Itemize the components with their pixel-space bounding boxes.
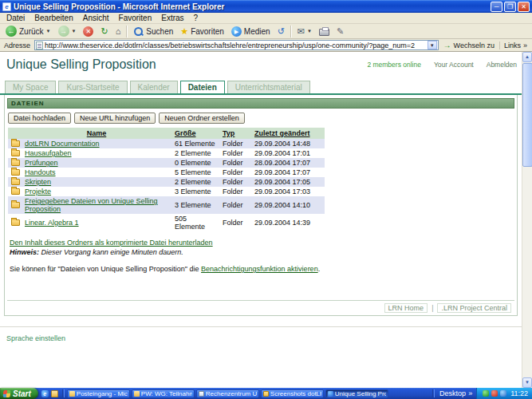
links-toolbar[interactable]: Links » <box>499 41 530 49</box>
menu-hilfe[interactable]: ? <box>189 14 203 22</box>
table-row: Linear. Algebra 1 505 Elemente Folder 29… <box>8 214 325 231</box>
folder-link[interactable]: Linear. Algebra 1 <box>25 219 79 227</box>
windows-flag-icon <box>3 390 11 397</box>
tab-my-space[interactable]: My Space <box>5 81 56 93</box>
search-button[interactable]: Suchen <box>130 25 176 38</box>
tab-kalender[interactable]: Kalender <box>130 81 178 93</box>
hint-label: Hinweis: <box>10 248 39 256</box>
set-language-link[interactable]: Sprache einstellen <box>6 334 65 342</box>
taskbar-item-screenshots[interactable]: Screenshots dotLRN... <box>261 389 324 398</box>
folder-link[interactable]: Handouts <box>25 168 56 176</box>
add-url-button[interactable]: Neue URL hinzufügen <box>74 113 156 124</box>
lrn-project-central-link[interactable]: .LRN Project Central <box>437 303 511 313</box>
tray-alert-icon[interactable] <box>491 390 498 397</box>
vertical-scrollbar[interactable]: ▲ ▼ <box>522 52 532 388</box>
scroll-down-icon[interactable]: ▼ <box>522 377 532 388</box>
document-window-icon <box>199 391 204 397</box>
header-size[interactable]: Größe <box>171 128 219 139</box>
titlebar: e Unique Selling Proposition - Microsoft… <box>0 0 532 13</box>
folder-icon <box>11 140 20 147</box>
address-dropdown-icon[interactable]: ▼ <box>428 41 437 49</box>
menu-favoriten[interactable]: Favoriten <box>114 14 157 22</box>
notification-link[interactable]: Benachrichtigungsfunktion aktivieren <box>201 265 318 273</box>
close-button[interactable]: ✕ <box>518 2 530 12</box>
folder-link[interactable]: Skripten <box>25 178 51 186</box>
go-button[interactable]: → Wechseln zu <box>441 41 497 49</box>
quicklaunch-mail-icon[interactable] <box>51 390 58 397</box>
logout-link[interactable]: Abmelden <box>487 61 517 69</box>
content-box: DATEIEN Datei hochladen Neue URL hinzufü… <box>4 95 518 316</box>
ie-favicon: e <box>2 2 11 11</box>
favorites-star-icon: ★ <box>180 26 188 37</box>
folder-link[interactable]: Projekte <box>25 188 51 196</box>
print-button[interactable] <box>316 25 333 38</box>
action-buttons: Datei hochladen Neue URL hinzufügen Neue… <box>8 113 514 124</box>
tray-volume-icon[interactable] <box>500 390 506 397</box>
folder-link[interactable]: Hausaufgaben <box>25 149 72 157</box>
tab-dateien[interactable]: Dateien <box>180 81 225 93</box>
taskbar-item-rechenzentrum[interactable]: Rechenzentrum Uni K... <box>196 389 259 398</box>
folder-icon <box>11 202 20 208</box>
media-label: Medien <box>244 27 270 36</box>
upload-file-button[interactable]: Datei hochladen <box>8 113 71 124</box>
favorites-button[interactable]: ★ Favoriten <box>177 25 227 38</box>
edit-button[interactable]: ✎ <box>333 25 347 38</box>
taskbar-item-posteingang[interactable]: Posteingang - Micros... <box>67 389 130 398</box>
create-folder-button[interactable]: Neuen Ordner erstellen <box>159 113 245 124</box>
address-input[interactable]: http://www.theservice.de/dotlrn/classes/… <box>34 40 439 50</box>
start-button[interactable]: Start <box>0 388 38 399</box>
clock[interactable]: 11:22 <box>509 389 528 397</box>
mail-button[interactable]: ✉ ▼ <box>294 25 315 38</box>
media-button[interactable]: ▶ Medien <box>228 25 274 38</box>
taskbar: Start e Posteingang - Micros... PW: WG: … <box>0 388 532 399</box>
system-tray: 11:22 <box>476 388 532 399</box>
maximize-button[interactable]: ❐ <box>504 2 516 12</box>
scroll-up-icon[interactable]: ▲ <box>522 52 532 62</box>
quicklaunch-ie-icon[interactable]: e <box>41 390 49 397</box>
mail-dropdown-icon[interactable]: ▼ <box>307 29 312 34</box>
folder-link[interactable]: Freigegebene Dateien von Unique Selling … <box>25 197 158 213</box>
taskbar-item-pw-wg-teilnahme[interactable]: PW: WG: Teilnahme v... <box>132 389 195 398</box>
menu-extras[interactable]: Extras <box>156 14 188 22</box>
desktop-toolbar[interactable]: Desktop » <box>435 388 476 399</box>
footer-separator: | <box>432 304 433 312</box>
forward-dropdown-icon[interactable]: ▼ <box>72 29 77 34</box>
tab-kurs-startseite[interactable]: Kurs-Startseite <box>58 81 127 93</box>
header-name[interactable]: Name <box>22 128 171 139</box>
history-button[interactable]: ↺ <box>274 25 288 38</box>
section-header: DATEIEN <box>7 98 514 109</box>
folder-icon <box>11 160 20 166</box>
back-button[interactable]: ← Zurück ▼ <box>2 25 54 38</box>
header-user-area: 2 members online Your Account Abmelden <box>367 57 517 69</box>
scrollbar-thumb[interactable] <box>522 63 532 167</box>
back-dropdown-icon[interactable]: ▼ <box>46 29 51 34</box>
lrn-home-link[interactable]: LRN Home <box>384 303 428 313</box>
folder-icon <box>11 219 20 226</box>
type-cell: Folder <box>219 187 251 196</box>
table-row: Handouts 5 Elemente Folder 29.09.2004 17… <box>8 168 325 177</box>
folder-link[interactable]: dotLRN Documentation <box>25 140 100 148</box>
folder-link[interactable]: Prüfungen <box>25 159 58 167</box>
links-chevron-icon[interactable]: » <box>523 41 527 49</box>
type-cell: Folder <box>219 168 251 177</box>
stop-button[interactable]: ✕ <box>80 25 97 38</box>
header-modified[interactable]: Zuletzt geändert <box>251 128 325 139</box>
menu-ansicht[interactable]: Ansicht <box>78 14 114 22</box>
menu-bearbeiten[interactable]: Bearbeiten <box>30 14 77 22</box>
taskbar-item-unique-selling[interactable]: Unique Selling Proposi... <box>325 389 388 398</box>
header-type[interactable]: Typ <box>219 128 251 139</box>
tab-unterrichtsmaterial[interactable]: Unterrichtsmaterial <box>227 81 310 93</box>
modified-cell: 29.09.2004 17:05 <box>251 177 325 187</box>
minimize-button[interactable]: ─ <box>491 2 502 12</box>
forward-button[interactable]: → ▼ <box>55 25 80 38</box>
download-zip-link[interactable]: Den Inhalt dieses Ordners als komprimier… <box>10 239 213 247</box>
your-account-link[interactable]: Your Account <box>434 61 474 69</box>
address-label: Adresse <box>2 41 32 49</box>
desktop-chevron-icon[interactable]: » <box>468 389 472 397</box>
home-button[interactable]: ⌂ <box>112 25 124 38</box>
refresh-button[interactable]: ↻ <box>97 25 111 38</box>
tray-status-icon[interactable] <box>483 390 489 397</box>
search-label: Suchen <box>146 27 173 36</box>
web-page: Unique Selling Proposition 2 members onl… <box>0 52 522 388</box>
menu-datei[interactable]: Datei <box>2 14 30 22</box>
